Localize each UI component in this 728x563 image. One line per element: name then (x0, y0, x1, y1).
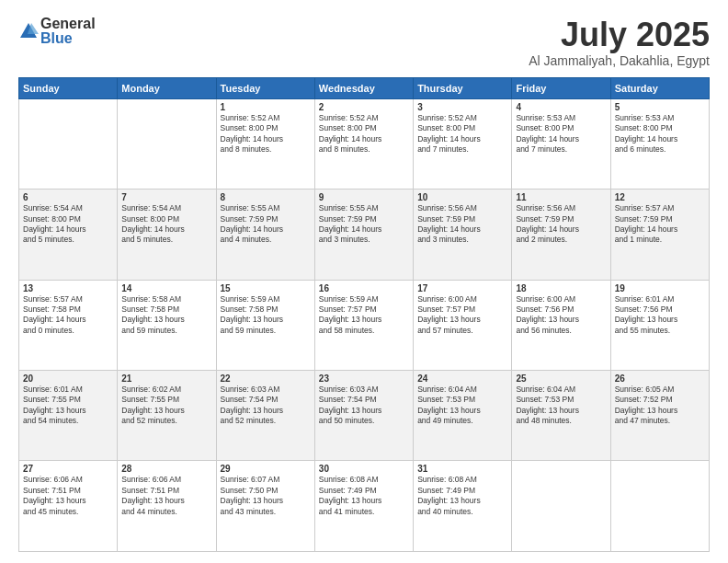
cell-sun-info: Sunrise: 6:08 AMSunset: 7:49 PMDaylight:… (319, 475, 409, 517)
day-number: 11 (516, 192, 606, 202)
day-number: 17 (417, 283, 507, 293)
calendar-cell: 16Sunrise: 5:59 AMSunset: 7:57 PMDayligh… (314, 280, 413, 370)
calendar-cell (19, 98, 118, 189)
cell-sun-info: Sunrise: 6:04 AMSunset: 7:53 PMDaylight:… (417, 385, 507, 427)
day-number: 3 (417, 102, 507, 112)
cell-sun-info: Sunrise: 6:03 AMSunset: 7:54 PMDaylight:… (319, 385, 409, 427)
day-number: 15 (221, 283, 311, 293)
day-number: 25 (516, 373, 606, 384)
cell-sun-info: Sunrise: 5:53 AMSunset: 8:00 PMDaylight:… (615, 113, 705, 155)
calendar-day-header: Friday (512, 77, 610, 98)
calendar-day-header: Saturday (610, 77, 709, 98)
day-number: 6 (23, 192, 113, 202)
logo-blue: Blue (40, 31, 96, 46)
calendar-body: 1Sunrise: 5:52 AMSunset: 8:00 PMDaylight… (19, 98, 710, 551)
cell-sun-info: Sunrise: 5:59 AMSunset: 7:57 PMDaylight:… (319, 294, 409, 337)
logo: General Blue (18, 17, 96, 46)
calendar-cell: 9Sunrise: 5:55 AMSunset: 7:59 PMDaylight… (314, 190, 413, 280)
day-number: 23 (319, 373, 409, 384)
calendar-week-row: 13Sunrise: 5:57 AMSunset: 7:58 PMDayligh… (19, 280, 710, 370)
day-number: 2 (319, 102, 409, 112)
calendar-cell (118, 98, 216, 189)
day-number: 4 (516, 102, 606, 112)
day-number: 29 (221, 464, 311, 474)
cell-sun-info: Sunrise: 6:06 AMSunset: 7:51 PMDaylight:… (23, 475, 113, 517)
calendar-cell: 15Sunrise: 5:59 AMSunset: 7:58 PMDayligh… (216, 280, 314, 370)
day-number: 28 (121, 464, 211, 474)
calendar-cell: 4Sunrise: 5:53 AMSunset: 8:00 PMDaylight… (512, 98, 610, 189)
calendar-day-header: Thursday (414, 77, 512, 98)
calendar-cell: 30Sunrise: 6:08 AMSunset: 7:49 PMDayligh… (314, 461, 413, 552)
calendar-day-header: Tuesday (216, 77, 314, 98)
day-number: 1 (221, 102, 311, 112)
day-number: 31 (417, 464, 507, 474)
cell-sun-info: Sunrise: 5:57 AMSunset: 7:59 PMDaylight:… (615, 203, 705, 246)
day-number: 16 (319, 283, 409, 293)
cell-sun-info: Sunrise: 5:53 AMSunset: 8:00 PMDaylight:… (516, 113, 606, 155)
cell-sun-info: Sunrise: 6:03 AMSunset: 7:54 PMDaylight:… (221, 385, 311, 427)
day-number: 22 (221, 373, 311, 384)
cell-sun-info: Sunrise: 6:05 AMSunset: 7:52 PMDaylight:… (615, 385, 705, 427)
page: General Blue July 2025 Al Jammaliyah, Da… (0, 0, 728, 563)
day-number: 9 (319, 192, 409, 202)
calendar-week-row: 20Sunrise: 6:01 AMSunset: 7:55 PMDayligh… (19, 371, 710, 461)
cell-sun-info: Sunrise: 5:59 AMSunset: 7:58 PMDaylight:… (221, 294, 311, 337)
calendar-cell: 28Sunrise: 6:06 AMSunset: 7:51 PMDayligh… (118, 461, 216, 552)
subtitle: Al Jammaliyah, Dakahlia, Egypt (529, 53, 710, 68)
cell-sun-info: Sunrise: 5:52 AMSunset: 8:00 PMDaylight:… (319, 113, 409, 155)
calendar-cell: 12Sunrise: 5:57 AMSunset: 7:59 PMDayligh… (610, 190, 709, 280)
calendar-cell: 10Sunrise: 5:56 AMSunset: 7:59 PMDayligh… (414, 190, 512, 280)
day-number: 24 (417, 373, 507, 384)
day-number: 10 (417, 192, 507, 202)
calendar-cell: 22Sunrise: 6:03 AMSunset: 7:54 PMDayligh… (216, 371, 314, 461)
day-number: 26 (615, 373, 705, 384)
day-number: 21 (121, 373, 211, 384)
cell-sun-info: Sunrise: 6:07 AMSunset: 7:50 PMDaylight:… (221, 475, 311, 517)
calendar-cell: 7Sunrise: 5:54 AMSunset: 8:00 PMDaylight… (118, 190, 216, 280)
calendar-cell: 20Sunrise: 6:01 AMSunset: 7:55 PMDayligh… (19, 371, 118, 461)
calendar-cell: 23Sunrise: 6:03 AMSunset: 7:54 PMDayligh… (314, 371, 413, 461)
calendar-cell: 18Sunrise: 6:00 AMSunset: 7:56 PMDayligh… (512, 280, 610, 370)
day-number: 30 (319, 464, 409, 474)
day-number: 13 (23, 283, 113, 293)
day-number: 12 (615, 192, 705, 202)
calendar-cell: 2Sunrise: 5:52 AMSunset: 8:00 PMDaylight… (314, 98, 413, 189)
day-number: 18 (516, 283, 606, 293)
calendar-cell: 19Sunrise: 6:01 AMSunset: 7:56 PMDayligh… (610, 280, 709, 370)
calendar-day-header: Monday (118, 77, 216, 98)
calendar-day-header: Sunday (19, 77, 118, 98)
day-number: 8 (221, 192, 311, 202)
calendar-cell: 13Sunrise: 5:57 AMSunset: 7:58 PMDayligh… (19, 280, 118, 370)
calendar-cell: 24Sunrise: 6:04 AMSunset: 7:53 PMDayligh… (414, 371, 512, 461)
cell-sun-info: Sunrise: 5:52 AMSunset: 8:00 PMDaylight:… (221, 113, 311, 155)
calendar-cell: 21Sunrise: 6:02 AMSunset: 7:55 PMDayligh… (118, 371, 216, 461)
cell-sun-info: Sunrise: 6:02 AMSunset: 7:55 PMDaylight:… (121, 385, 211, 427)
day-number: 27 (23, 464, 113, 474)
calendar-cell: 5Sunrise: 5:53 AMSunset: 8:00 PMDaylight… (610, 98, 709, 189)
calendar-cell: 8Sunrise: 5:55 AMSunset: 7:59 PMDaylight… (216, 190, 314, 280)
calendar-cell: 31Sunrise: 6:08 AMSunset: 7:49 PMDayligh… (414, 461, 512, 552)
calendar-cell: 11Sunrise: 5:56 AMSunset: 7:59 PMDayligh… (512, 190, 610, 280)
day-number: 20 (23, 373, 113, 384)
calendar-cell: 14Sunrise: 5:58 AMSunset: 7:58 PMDayligh… (118, 280, 216, 370)
cell-sun-info: Sunrise: 5:52 AMSunset: 8:00 PMDaylight:… (417, 113, 507, 155)
day-number: 7 (121, 192, 211, 202)
cell-sun-info: Sunrise: 6:00 AMSunset: 7:56 PMDaylight:… (516, 294, 606, 337)
day-number: 19 (615, 283, 705, 293)
calendar-cell: 3Sunrise: 5:52 AMSunset: 8:00 PMDaylight… (414, 98, 512, 189)
cell-sun-info: Sunrise: 5:56 AMSunset: 7:59 PMDaylight:… (417, 203, 507, 246)
main-title: July 2025 (529, 17, 710, 53)
calendar-header-row: SundayMondayTuesdayWednesdayThursdayFrid… (19, 77, 710, 98)
header: General Blue July 2025 Al Jammaliyah, Da… (18, 17, 710, 68)
calendar-day-header: Wednesday (314, 77, 413, 98)
calendar-cell: 27Sunrise: 6:06 AMSunset: 7:51 PMDayligh… (19, 461, 118, 552)
cell-sun-info: Sunrise: 6:01 AMSunset: 7:56 PMDaylight:… (615, 294, 705, 337)
cell-sun-info: Sunrise: 5:55 AMSunset: 7:59 PMDaylight:… (319, 203, 409, 246)
cell-sun-info: Sunrise: 5:58 AMSunset: 7:58 PMDaylight:… (121, 294, 211, 337)
cell-sun-info: Sunrise: 6:04 AMSunset: 7:53 PMDaylight:… (516, 385, 606, 427)
calendar-week-row: 6Sunrise: 5:54 AMSunset: 8:00 PMDaylight… (19, 190, 710, 280)
calendar-week-row: 27Sunrise: 6:06 AMSunset: 7:51 PMDayligh… (19, 461, 710, 552)
cell-sun-info: Sunrise: 6:08 AMSunset: 7:49 PMDaylight:… (417, 475, 507, 517)
cell-sun-info: Sunrise: 5:55 AMSunset: 7:59 PMDaylight:… (221, 203, 311, 246)
calendar-cell: 29Sunrise: 6:07 AMSunset: 7:50 PMDayligh… (216, 461, 314, 552)
